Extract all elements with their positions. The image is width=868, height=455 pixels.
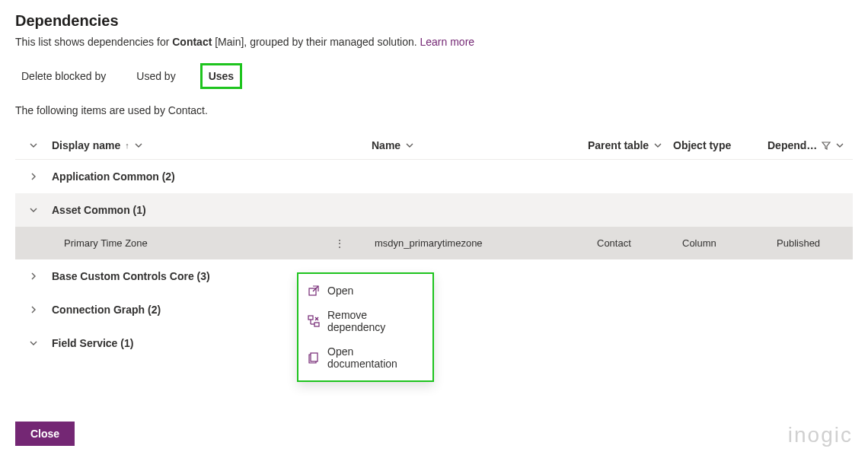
column-label: Object type — [673, 139, 731, 151]
column-header-object[interactable]: Object type — [673, 139, 767, 151]
remove-dependency-icon — [308, 315, 320, 327]
chevron-down-icon — [653, 141, 662, 150]
svg-rect-9 — [311, 353, 318, 361]
subtitle-entity: Contact — [172, 36, 212, 48]
tab-uses[interactable]: Uses — [200, 63, 242, 89]
menu-label: Open documentation — [327, 345, 423, 370]
column-label: Parent table — [588, 139, 649, 151]
column-header-depend[interactable]: Depend… — [767, 139, 853, 151]
svg-rect-3 — [308, 316, 313, 320]
tab-used-by[interactable]: Used by — [130, 65, 181, 87]
tabs-bar: Delete blocked by Used by Uses — [15, 63, 853, 89]
chevron-down-icon — [29, 205, 38, 215]
tab-description: The following items are used by Contact. — [15, 104, 853, 116]
chevron-right-icon — [29, 305, 38, 314]
table-header: Display name ↑ Name Parent table Object … — [15, 132, 853, 160]
cell-dependency: Published — [777, 237, 853, 249]
subtitle-prefix: This list shows dependencies for — [15, 36, 172, 48]
open-icon — [308, 285, 320, 297]
cell-object-type: Column — [682, 237, 777, 249]
chevron-down-icon — [29, 339, 38, 348]
cell-parent-table: Contact — [597, 237, 682, 249]
more-vertical-icon[interactable]: ⋮ — [325, 238, 354, 249]
chevron-down-icon — [405, 141, 414, 150]
group-label: Connection Graph (2) — [52, 304, 161, 316]
documentation-icon — [308, 352, 320, 364]
menu-item-open[interactable]: Open — [298, 278, 432, 303]
page-title: Dependencies — [15, 12, 853, 30]
menu-label: Remove dependency — [327, 309, 423, 333]
group-label: Asset Common (1) — [52, 204, 146, 216]
chevron-right-icon — [29, 272, 38, 281]
group-label: Base Custom Controls Core (3) — [52, 270, 210, 282]
filter-icon — [822, 141, 831, 150]
column-header-name[interactable]: Name — [353, 139, 588, 151]
group-row-asset-common[interactable]: Asset Common (1) — [15, 193, 853, 227]
chevron-down-icon — [134, 141, 143, 150]
chevron-down-icon[interactable] — [29, 141, 38, 150]
group-label: Field Service (1) — [52, 337, 133, 349]
group-row-connection-graph[interactable]: Connection Graph (2) — [15, 293, 853, 326]
menu-item-open-docs[interactable]: Open documentation — [298, 339, 432, 376]
sort-ascending-icon: ↑ — [125, 141, 129, 150]
context-menu: Open Remove dependency Open documentatio… — [297, 272, 434, 382]
column-label: Depend… — [767, 139, 817, 151]
close-button[interactable]: Close — [15, 422, 75, 446]
chevron-down-icon — [835, 141, 844, 150]
group-row-base-custom[interactable]: Base Custom Controls Core (3) — [15, 259, 853, 293]
cell-name: msdyn_primarytimezone — [353, 237, 597, 249]
subtitle-suffix: [Main], grouped by their managed solutio… — [212, 36, 420, 48]
watermark-logo: inogic — [788, 423, 853, 447]
column-header-display-name[interactable]: Display name ↑ — [52, 139, 326, 151]
menu-item-remove-dependency[interactable]: Remove dependency — [298, 303, 432, 339]
svg-rect-4 — [314, 323, 319, 326]
menu-label: Open — [327, 285, 353, 297]
chevron-right-icon — [29, 172, 38, 181]
group-row-application-common[interactable]: Application Common (2) — [15, 160, 853, 193]
svg-marker-0 — [822, 142, 830, 149]
tab-delete-blocked[interactable]: Delete blocked by — [15, 65, 112, 87]
column-label: Display name — [52, 139, 120, 151]
group-row-field-service[interactable]: Field Service (1) — [15, 326, 853, 360]
group-label: Application Common (2) — [52, 170, 175, 183]
column-label: Name — [372, 139, 400, 151]
table-row[interactable]: Primary Time Zone ⋮ msdyn_primarytimezon… — [15, 227, 853, 259]
page-subtitle: This list shows dependencies for Contact… — [15, 36, 853, 48]
column-header-parent[interactable]: Parent table — [588, 139, 673, 151]
cell-display-name: Primary Time Zone — [52, 237, 326, 249]
learn-more-link[interactable]: Learn more — [420, 36, 475, 48]
